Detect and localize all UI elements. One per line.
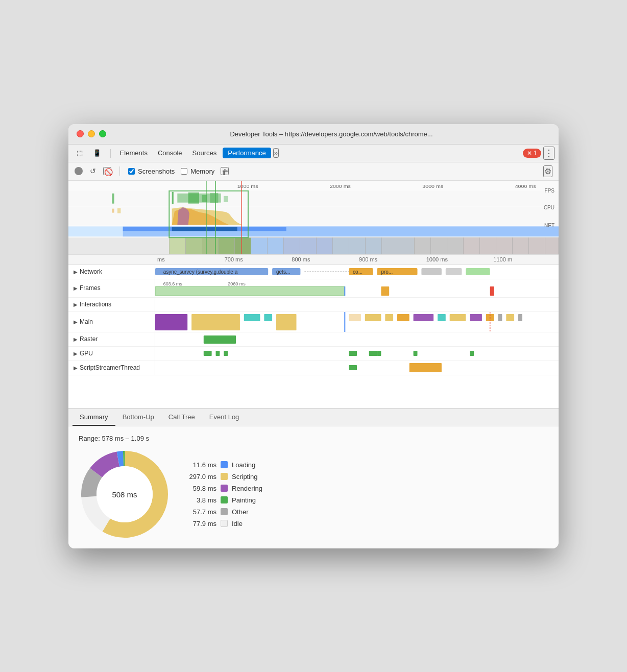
script-streamer-row[interactable]: ▶ ScriptStreamerThread xyxy=(68,361,559,375)
reload-button[interactable]: ↺ xyxy=(89,167,97,175)
maximize-button[interactable] xyxy=(99,130,106,137)
cpu-label: CPU xyxy=(544,204,554,211)
svg-rect-90 xyxy=(369,351,377,356)
raster-label[interactable]: ▶ Raster xyxy=(68,332,155,346)
memory-label: Memory xyxy=(190,167,214,175)
svg-rect-27 xyxy=(283,237,300,254)
clear-button[interactable]: 🚫 xyxy=(103,167,111,175)
main-label[interactable]: ▶ Main xyxy=(68,312,155,332)
svg-rect-37 xyxy=(447,237,463,254)
error-badge: ✕ 1 xyxy=(523,149,541,158)
flame-chart[interactable]: ▶ Network async_survey (survey.g.double … xyxy=(68,265,559,408)
idle-value: 77.9 ms xyxy=(186,520,216,527)
tab-elements[interactable]: Elements xyxy=(116,147,152,159)
svg-rect-23 xyxy=(218,237,234,254)
interactions-row[interactable]: ▶ Interactions xyxy=(68,298,559,312)
svg-rect-93 xyxy=(470,351,474,356)
main-arrow: ▶ xyxy=(74,319,78,325)
svg-text:3000 ms: 3000 ms xyxy=(422,183,443,189)
close-button[interactable] xyxy=(77,130,84,137)
svg-rect-30 xyxy=(332,237,349,254)
loading-value: 11.6 ms xyxy=(186,461,216,469)
svg-text:2000 ms: 2000 ms xyxy=(330,183,351,189)
gpu-label[interactable]: ▶ GPU xyxy=(68,347,155,361)
overview-chart[interactable]: 1000 ms 2000 ms 3000 ms 4000 ms xyxy=(68,181,559,254)
delete-recording-button[interactable]: 🗑 xyxy=(221,167,229,175)
svg-text:2060 ms: 2060 ms xyxy=(228,281,246,286)
main-row[interactable]: ▶ Main xyxy=(68,312,559,332)
svg-rect-36 xyxy=(430,237,447,254)
svg-rect-72 xyxy=(349,314,361,321)
legend: 11.6 ms Loading 297.0 ms Scripting 59.8 … xyxy=(186,461,262,527)
svg-rect-58 xyxy=(446,268,462,275)
interactions-label[interactable]: ▶ Interactions xyxy=(68,298,155,311)
svg-text:pro...: pro... xyxy=(381,269,393,275)
network-label[interactable]: ▶ Network xyxy=(68,265,155,279)
script-streamer-content xyxy=(155,361,559,375)
tab-summary[interactable]: Summary xyxy=(73,409,115,426)
other-value: 57.7 ms xyxy=(186,508,216,516)
traffic-lights xyxy=(77,130,106,137)
legend-loading: 11.6 ms Loading xyxy=(186,461,262,469)
separator-1: | xyxy=(109,148,112,158)
separator-2 xyxy=(119,166,120,176)
loading-name: Loading xyxy=(232,461,255,469)
main-toolbar: ⬚ 📱 | Elements Console Sources Performan… xyxy=(68,145,559,162)
svg-rect-70 xyxy=(276,314,297,330)
screenshots-checkbox-group[interactable]: Screenshots xyxy=(128,167,175,175)
legend-rendering: 59.8 ms Rendering xyxy=(186,485,262,492)
svg-rect-69 xyxy=(264,314,272,321)
svg-rect-4 xyxy=(68,190,559,206)
tab-bottom-up[interactable]: Bottom-Up xyxy=(115,409,161,426)
network-row[interactable]: ▶ Network async_survey (survey.g.double … xyxy=(68,265,559,279)
svg-rect-89 xyxy=(349,351,357,356)
svg-rect-33 xyxy=(381,237,398,254)
frames-row[interactable]: ▶ Frames 603.6 ms 2060 ms xyxy=(68,279,559,298)
svg-text:4000 ms: 4000 ms xyxy=(515,183,536,189)
svg-text:1000 ms: 1000 ms xyxy=(237,183,258,189)
script-streamer-label[interactable]: ▶ ScriptStreamerThread xyxy=(68,361,155,375)
frames-label[interactable]: ▶ Frames xyxy=(68,279,155,297)
tab-performance[interactable]: Performance xyxy=(223,148,271,158)
svg-rect-29 xyxy=(316,237,332,254)
donut-chart: 508 ms xyxy=(79,448,171,540)
memory-checkbox-group[interactable]: Memory xyxy=(181,167,214,175)
svg-rect-64 xyxy=(381,286,389,296)
gpu-content xyxy=(155,347,559,361)
frames-bars-svg: 603.6 ms 2060 ms xyxy=(155,279,559,297)
svg-rect-10 xyxy=(210,193,218,203)
more-tabs-button[interactable]: » xyxy=(273,148,279,158)
main-label-text: Main xyxy=(80,318,93,325)
tab-sources[interactable]: Sources xyxy=(188,147,221,159)
raster-label-text: Raster xyxy=(80,335,98,343)
ruler-tick-5: 1100 m xyxy=(491,256,559,262)
tab-console[interactable]: Console xyxy=(154,147,186,159)
svg-text:gets...: gets... xyxy=(276,269,290,275)
memory-checkbox[interactable] xyxy=(181,168,187,175)
tab-call-tree[interactable]: Call Tree xyxy=(161,409,202,426)
settings-menu-button[interactable]: ⋮ xyxy=(543,147,554,160)
gpu-row[interactable]: ▶ GPU xyxy=(68,347,559,361)
title-bar: Developer Tools – https://developers.goo… xyxy=(68,124,559,145)
ruler-tick-3: 900 ms xyxy=(357,256,424,262)
raster-row[interactable]: ▶ Raster xyxy=(68,332,559,347)
svg-rect-86 xyxy=(204,351,212,356)
screenshots-checkbox[interactable] xyxy=(128,168,135,175)
svg-rect-83 xyxy=(518,314,522,321)
raster-content xyxy=(155,332,559,346)
network-bars-svg: async_survey (survey.g.double a gets... … xyxy=(155,265,559,279)
other-name: Other xyxy=(232,508,249,516)
minimize-button[interactable] xyxy=(88,130,95,137)
svg-rect-75 xyxy=(397,314,409,321)
rendering-value: 59.8 ms xyxy=(186,485,216,492)
svg-rect-88 xyxy=(224,351,228,356)
performance-settings-button[interactable]: ⚙ xyxy=(543,165,552,177)
tab-event-log[interactable]: Event Log xyxy=(202,409,247,426)
device-toggle-icon[interactable]: 📱 xyxy=(89,147,105,159)
painting-color xyxy=(221,496,228,503)
record-button[interactable] xyxy=(75,167,83,175)
scripting-name: Scripting xyxy=(232,473,258,481)
svg-rect-18 xyxy=(172,227,237,231)
inspector-icon[interactable]: ⬚ xyxy=(73,147,87,159)
legend-painting: 3.8 ms Painting xyxy=(186,496,262,504)
